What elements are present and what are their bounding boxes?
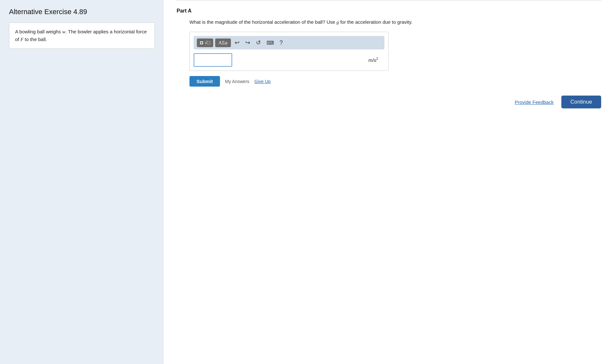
math-toolbar: √□ ΑΣφ ↩ ↪ ↺ ⌨ ? — [194, 36, 384, 49]
small-square-icon — [200, 41, 203, 44]
answer-input[interactable] — [194, 53, 232, 67]
help-button[interactable]: ? — [278, 38, 285, 47]
math-template-label: √□ — [205, 40, 210, 46]
undo-button[interactable]: ↩ — [233, 38, 241, 47]
my-answers-label[interactable]: My Answers — [225, 79, 249, 84]
redo-icon: ↪ — [245, 39, 250, 46]
continue-label: Continue — [570, 99, 592, 105]
continue-button[interactable]: Continue — [561, 96, 601, 108]
part-label: Part A — [177, 8, 601, 14]
problem-text: A bowling ball weighs w. The bowler appl… — [15, 29, 147, 42]
refresh-button[interactable]: ↺ — [254, 38, 263, 47]
give-up-link[interactable]: Give Up — [254, 79, 271, 84]
question-text: What is the magnitude of the horizontal … — [177, 18, 601, 26]
top-divider — [177, 0, 601, 0]
greek-symbols-button[interactable]: ΑΣφ — [215, 38, 231, 47]
greek-label: ΑΣφ — [218, 40, 227, 46]
sidebar: Alternative Exercise 4.89 A bowling ball… — [0, 0, 164, 364]
submit-label: Submit — [197, 79, 213, 84]
keyboard-button[interactable]: ⌨ — [265, 38, 276, 47]
refresh-icon: ↺ — [256, 39, 261, 46]
answer-area: √□ ΑΣφ ↩ ↪ ↺ ⌨ ? m/s2 — [189, 32, 389, 71]
submit-row: Submit My Answers Give Up — [189, 76, 601, 87]
answer-input-row: m/s2 — [194, 53, 384, 67]
undo-icon: ↩ — [235, 39, 240, 46]
provide-feedback-link[interactable]: Provide Feedback — [515, 99, 554, 105]
problem-box: A bowling ball weighs w. The bowler appl… — [9, 22, 155, 49]
bottom-action-row: Provide Feedback Continue — [177, 96, 601, 108]
help-icon: ? — [280, 39, 283, 46]
keyboard-icon: ⌨ — [267, 40, 274, 46]
exercise-title: Alternative Exercise 4.89 — [9, 8, 155, 16]
submit-button[interactable]: Submit — [189, 76, 220, 87]
math-template-button[interactable]: √□ — [197, 38, 213, 47]
main-content: Part A What is the magnitude of the hori… — [164, 0, 614, 364]
unit-label: m/s2 — [368, 57, 378, 63]
redo-button[interactable]: ↪ — [243, 38, 252, 47]
